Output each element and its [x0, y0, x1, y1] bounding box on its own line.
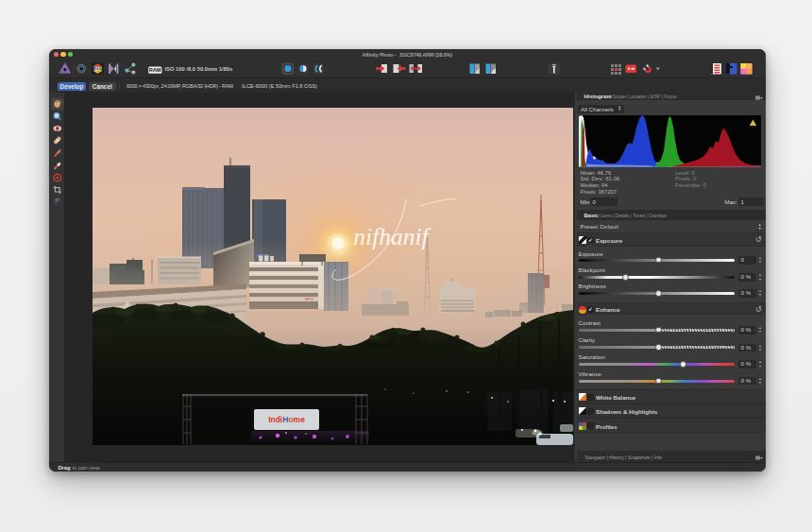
svg-text:IndiHome: IndiHome — [268, 415, 305, 424]
svg-text:ISO 100 /8.0 50.0mm 1/80s: ISO 100 /8.0 50.0mm 1/80s — [164, 66, 232, 72]
svg-text:nifhanif: nifhanif — [353, 223, 431, 250]
svg-text:RAW: RAW — [148, 67, 161, 73]
